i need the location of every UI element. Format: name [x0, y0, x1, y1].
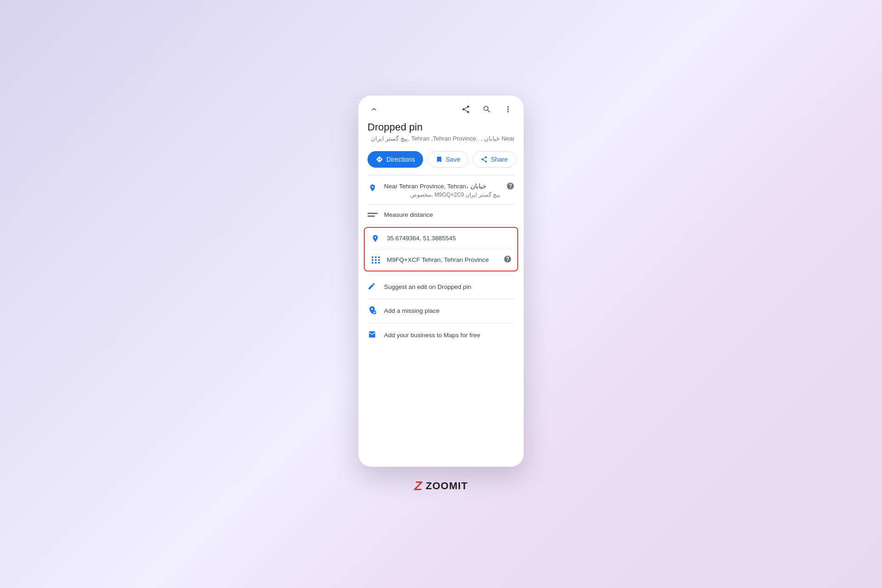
- add-place-icon: [368, 305, 378, 317]
- zoomit-logo: Z ZOOMIT: [414, 480, 468, 492]
- save-label: Save: [446, 156, 460, 163]
- add-business-row[interactable]: Add your business to Maps for free: [358, 323, 524, 347]
- address-sub: پیچ گستر ایران M9GQ+2C9 ،مخصوص: [384, 192, 500, 198]
- more-options-button[interactable]: [502, 103, 514, 116]
- add-place-row[interactable]: Add a missing place: [358, 299, 524, 323]
- directions-button[interactable]: Directions: [368, 151, 423, 168]
- address-help-icon[interactable]: [506, 182, 514, 192]
- add-business-text: Add your business to Maps for free: [384, 332, 480, 339]
- plus-code-text: M9FQ+XCF Tehran, Tehran Province: [387, 255, 497, 265]
- directions-label: Directions: [386, 156, 415, 163]
- bottom-space: [358, 347, 524, 467]
- address-row: Near Tehran Province, Tehran، خیابان پیچ…: [358, 175, 524, 204]
- share-header-button[interactable]: [459, 103, 472, 116]
- divider-3: [368, 225, 514, 225]
- add-business-icon: [368, 330, 378, 341]
- highlighted-section: 35.6749364, 51.3885545 M9FQ+XCF Tehran, …: [364, 227, 518, 271]
- coordinates-pin-icon: [370, 233, 380, 243]
- location-pin-icon: [368, 183, 378, 193]
- search-header-button[interactable]: [481, 103, 493, 116]
- plus-code-row[interactable]: M9FQ+XCF Tehran, Tehran Province: [365, 249, 517, 271]
- address-content: Near Tehran Province, Tehran، خیابان پیچ…: [384, 182, 500, 198]
- place-info: Dropped pin Near خیابان... ,Tehran ,Tehr…: [358, 121, 524, 147]
- place-subtitle: Near خیابان... ,Tehran ,Tehran Province …: [368, 135, 514, 142]
- share-label: Share: [491, 156, 508, 163]
- coordinates-row[interactable]: 35.6749364, 51.3885545: [365, 228, 517, 249]
- suggest-edit-row[interactable]: Suggest an edit on Dropped pin: [358, 276, 524, 299]
- place-title: Dropped pin: [368, 121, 514, 133]
- share-button[interactable]: Share: [473, 151, 515, 168]
- save-button[interactable]: Save: [428, 151, 468, 168]
- zoomit-z-icon: Z: [414, 480, 422, 492]
- action-buttons: Directions Save Share: [358, 147, 524, 175]
- collapse-button[interactable]: [368, 103, 380, 116]
- add-place-text: Add a missing place: [384, 307, 440, 314]
- plus-code-help-icon[interactable]: [503, 255, 512, 265]
- zoomit-text: ZOOMIT: [426, 480, 468, 492]
- coordinates-text: 35.6749364, 51.3885545: [387, 234, 512, 243]
- header-icons: [459, 103, 514, 116]
- measure-distance-row[interactable]: Measure distance: [358, 205, 524, 225]
- edit-icon: [368, 282, 378, 292]
- measure-distance-text: Measure distance: [384, 211, 433, 218]
- maps-panel: Dropped pin Near خیابان... ,Tehran ,Tehr…: [358, 96, 524, 466]
- panel-header: [358, 96, 524, 121]
- plus-code-icon: [370, 256, 380, 264]
- address-main: Near Tehran Province, Tehran، خیابان: [384, 182, 500, 191]
- measure-icon: [368, 213, 378, 217]
- suggest-edit-text: Suggest an edit on Dropped pin: [384, 283, 471, 290]
